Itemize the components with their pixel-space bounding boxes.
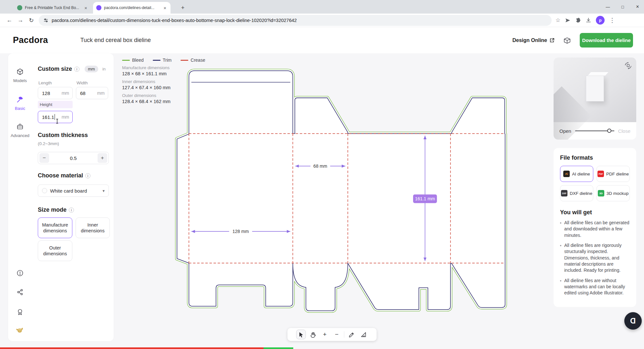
download-dieline-button[interactable]: Download the dieline — [580, 33, 633, 48]
custom-size-title: Custom size — [38, 66, 72, 72]
legend-crease: Crease — [191, 58, 205, 63]
sidebar-item-advanced[interactable]: Advanced — [11, 132, 29, 138]
page: Free & Printable Tuck End Bo... × pacdor… — [0, 0, 644, 349]
url-bar[interactable]: pacdora.com/dielines-detail/custom-dimen… — [39, 15, 552, 26]
width-unit: mm — [97, 90, 105, 96]
tab2-close-icon[interactable]: × — [162, 5, 167, 11]
reload-icon[interactable]: ↻ — [26, 17, 37, 24]
material-info-icon[interactable]: i — [85, 173, 90, 178]
format-dxf-button[interactable]: DXFDXF dieline — [560, 185, 593, 201]
mode-inner-button[interactable]: Inner dimensions — [76, 217, 110, 238]
badge-icon[interactable] — [15, 306, 26, 317]
design-online-link[interactable]: Design Online — [512, 37, 555, 43]
benefit-text-3: All dieline files are without watermarks… — [564, 278, 630, 296]
unit-in-chip[interactable]: in — [99, 66, 109, 72]
zoom-in-icon[interactable]: + — [320, 330, 330, 339]
custom-size-info-icon[interactable]: i — [74, 67, 79, 72]
browser-tab-2[interactable]: pacdora.com/dielines-detail... × — [93, 2, 171, 14]
legend-bleed: Bleed — [132, 58, 144, 63]
mode-outer-button[interactable]: Outer dimensions — [38, 240, 72, 261]
crease-lines — [189, 133, 505, 263]
my-boxes-button[interactable] — [563, 36, 571, 45]
rotate-3d-icon[interactable] — [624, 61, 632, 70]
dxf-file-icon: DXF — [561, 190, 567, 196]
hammer-icon[interactable] — [15, 94, 26, 105]
benefit-item: All dieline files are rigorously structu… — [560, 242, 630, 274]
tab1-close-icon[interactable]: × — [83, 5, 88, 11]
advanced-icon[interactable] — [15, 121, 26, 132]
left-panel: Models Basic Advanced Custom size i — [8, 53, 114, 341]
thickness-title: Custom thickness — [38, 132, 88, 139]
browser-menu-icon[interactable]: ⋮ — [609, 16, 615, 24]
canvas-toolbar: + − — [287, 328, 377, 341]
format-ai-button[interactable]: AiAI dieline — [560, 166, 593, 182]
trim-swatch — [153, 60, 161, 61]
pen-tool[interactable] — [347, 330, 356, 339]
minimize-icon[interactable]: — — [605, 5, 611, 9]
extensions-puzzle-icon[interactable] — [575, 17, 581, 23]
format-pdf-button[interactable]: PDFPDF dieline — [597, 166, 630, 182]
browser-tab-1[interactable]: Free & Printable Tuck End Bo... × — [14, 2, 91, 14]
height-label: Height — [38, 101, 73, 108]
profile-avatar[interactable]: p — [596, 16, 605, 25]
pacdora-logo[interactable]: Pacdora — [13, 35, 48, 45]
browser-tabstrip: Free & Printable Tuck End Bo... × pacdor… — [0, 0, 644, 14]
chat-bubble-button[interactable]: D — [624, 312, 642, 330]
zoom-out-icon[interactable]: − — [332, 330, 342, 339]
bullet-dot — [560, 222, 561, 224]
thickness-value: 0.5 — [49, 155, 98, 161]
sidebar-item-models[interactable]: Models — [11, 77, 29, 83]
dim-height-label: 161.1 mm — [415, 196, 435, 201]
width-label: Width — [77, 80, 88, 85]
alert-icon[interactable] — [15, 268, 26, 279]
ai-file-icon: Ai — [563, 171, 570, 177]
material-select[interactable]: White card board ▾ — [38, 185, 109, 197]
height-value: 161.1 — [42, 114, 54, 120]
back-icon[interactable]: ← — [4, 17, 15, 24]
site-settings-icon[interactable] — [43, 18, 48, 23]
slider-knob[interactable] — [607, 129, 611, 133]
select-tool[interactable] — [296, 330, 306, 339]
manufacture-dims-value: 128 × 68 × 161.1 mm — [122, 71, 171, 76]
bookmark-star-icon[interactable]: ☆ — [556, 17, 560, 24]
mode-manufacture-button[interactable]: Manufacture dimensions — [38, 217, 72, 238]
measure-tool[interactable] — [358, 330, 368, 339]
material-title: Choose material — [38, 172, 83, 179]
advanced-label: Advanced — [11, 133, 29, 138]
new-tab-button[interactable]: + — [178, 3, 187, 12]
material-value: White card board — [50, 188, 87, 194]
benefit-item: All dieline files are without watermarks… — [560, 278, 630, 296]
thickness-stepper: − 0.5 + — [38, 152, 109, 164]
close-icon[interactable]: × — [634, 4, 641, 10]
3d-preview[interactable] — [554, 58, 636, 122]
window-controls: — □ × — [605, 0, 641, 14]
send-icon[interactable] — [565, 17, 571, 23]
thickness-range: (0.2~3mm) — [38, 141, 59, 146]
share-icon[interactable] — [15, 287, 26, 298]
unit-mm-chip[interactable]: mm — [85, 66, 98, 72]
format-3d-label: 3D mockup — [607, 191, 628, 196]
format-3d-button[interactable]: 3D3D mockup — [597, 185, 630, 201]
models-icon[interactable] — [15, 66, 26, 77]
tab1-title: Free & Printable Tuck End Bo... — [25, 5, 81, 10]
file-formats-card: File formats AiAI dieline PDFPDF dieline… — [554, 148, 636, 307]
pan-hand-tool[interactable] — [308, 330, 318, 339]
legend-trim: Trim — [163, 58, 171, 63]
open-close-track[interactable] — [575, 131, 614, 131]
lamp-icon[interactable] — [15, 325, 26, 336]
thickness-minus-button[interactable]: − — [39, 153, 49, 163]
video-progress-marker — [264, 347, 293, 349]
dieline-legend: Bleed Trim Crease — [122, 58, 205, 63]
close-label: Close — [618, 128, 630, 134]
bleed-swatch — [122, 60, 130, 61]
sidebar-item-basic[interactable]: Basic — [11, 105, 29, 111]
forward-icon[interactable]: → — [15, 17, 26, 24]
thickness-plus-button[interactable]: + — [98, 153, 107, 163]
size-mode-info-icon[interactable]: i — [69, 207, 74, 213]
length-input[interactable]: 128 mm — [38, 87, 73, 99]
downloads-icon[interactable] — [586, 17, 591, 23]
size-mode-title: Size mode — [38, 206, 67, 213]
ibeam-cursor — [55, 119, 59, 124]
maximize-icon[interactable]: □ — [619, 5, 626, 9]
width-input[interactable]: 68 mm — [76, 87, 108, 99]
